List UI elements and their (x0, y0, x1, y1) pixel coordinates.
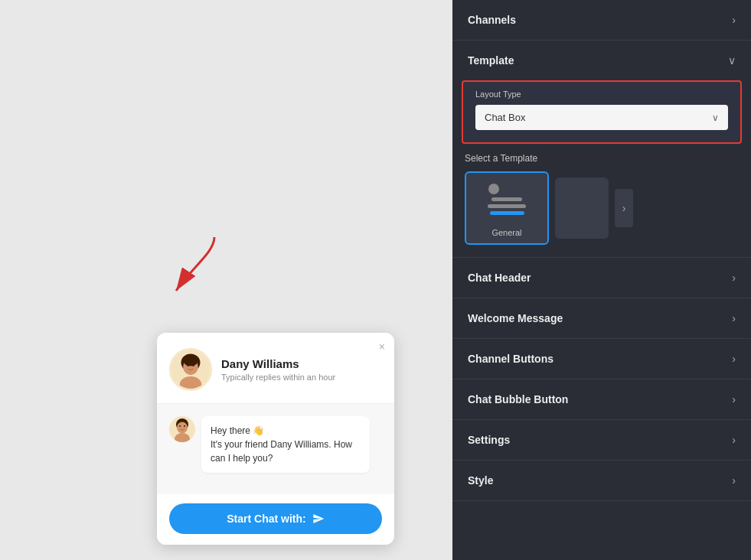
svg-point-12 (184, 425, 185, 427)
chat-widget: × (157, 333, 394, 545)
sidebar-item-chat-bubble-button[interactable]: Chat Bubble Button › (452, 379, 751, 420)
svg-point-7 (183, 355, 198, 366)
chat-bubble-button-label: Chat Bubble Button (468, 393, 568, 405)
sidebar-item-style[interactable]: Style › (452, 461, 751, 501)
message-row: Hey there 👋 It's your friend Dany Willia… (169, 416, 382, 473)
left-panel: × (0, 0, 452, 560)
agent-status: Typically replies within an hour (221, 373, 335, 382)
avatar (169, 348, 212, 391)
channel-buttons-label: Channel Buttons (468, 353, 553, 365)
settings-label: Settings (468, 434, 510, 446)
preview-line-1 (491, 197, 522, 201)
template-cards-row: General › (465, 171, 739, 245)
svg-point-10 (177, 422, 188, 434)
preview-avatar-icon (488, 184, 499, 194)
sidebar-item-channels[interactable]: Channels › (452, 0, 751, 41)
agent-info: Dany Williams Typically replies within a… (221, 357, 335, 382)
preview-line-2 (488, 204, 526, 208)
message-body: It's your friend Dany Williams. How can … (211, 439, 352, 464)
start-chat-button[interactable]: Start Chat with: (169, 503, 382, 534)
template-card-general[interactable]: General (465, 171, 549, 245)
layout-dropdown-value: Chat Box (485, 112, 525, 123)
layout-type-label: Layout Type (475, 90, 728, 99)
sidebar-item-template: Template ∨ Layout Type Chat Box ∨ Select… (452, 41, 751, 258)
chevron-right-icon-6: › (732, 434, 736, 446)
sidebar-item-welcome-message[interactable]: Welcome Message › (452, 298, 751, 339)
select-template-section: Select a Template General › (452, 153, 751, 257)
message-bubble: Hey there 👋 It's your friend Dany Willia… (201, 416, 370, 473)
chevron-right-icon-2: › (732, 272, 736, 284)
chat-widget-body: Hey there 👋 It's your friend Dany Willia… (157, 404, 394, 494)
dropdown-chevron-icon: ∨ (712, 112, 719, 123)
chevron-right-icon-7: › (732, 474, 736, 487)
sidebar-item-settings[interactable]: Settings › (452, 420, 751, 461)
agent-name: Dany Williams (221, 357, 335, 370)
template-header[interactable]: Template ∨ (452, 41, 751, 80)
right-panel: Channels › Template ∨ Layout Type Chat B… (452, 0, 751, 560)
chevron-right-icon-5: › (732, 393, 736, 405)
close-icon[interactable]: × (379, 340, 385, 353)
template-next-button[interactable]: › (615, 189, 633, 227)
chat-header-label: Chat Header (468, 272, 531, 284)
template-preview (484, 184, 530, 222)
channels-label: Channels (468, 14, 516, 26)
template-card-placeholder (555, 177, 609, 239)
send-icon (312, 513, 325, 525)
template-card-name: General (491, 228, 521, 237)
chat-widget-footer: Start Chat with: (157, 494, 394, 545)
sidebar-item-channel-buttons[interactable]: Channel Buttons › (452, 339, 751, 379)
chevron-right-icon: › (732, 14, 736, 26)
message-greeting: Hey there 👋 (211, 425, 264, 436)
svg-point-11 (179, 425, 181, 427)
chevron-right-icon-3: › (732, 312, 736, 324)
layout-type-container: Layout Type Chat Box ∨ (462, 80, 742, 144)
avatar-small (169, 416, 195, 442)
chat-widget-header: × (157, 333, 394, 404)
sidebar-item-chat-header[interactable]: Chat Header › (452, 258, 751, 298)
select-template-label: Select a Template (465, 153, 739, 164)
welcome-message-label: Welcome Message (468, 312, 563, 324)
layout-type-dropdown[interactable]: Chat Box ∨ (475, 105, 728, 130)
template-label: Template (468, 54, 514, 67)
start-chat-label: Start Chat with: (227, 513, 305, 525)
chevron-down-icon: ∨ (728, 54, 736, 67)
chevron-right-icon-4: › (732, 353, 736, 365)
arrow-indicator (153, 230, 253, 306)
preview-line-accent (490, 211, 524, 215)
style-label: Style (468, 474, 493, 487)
